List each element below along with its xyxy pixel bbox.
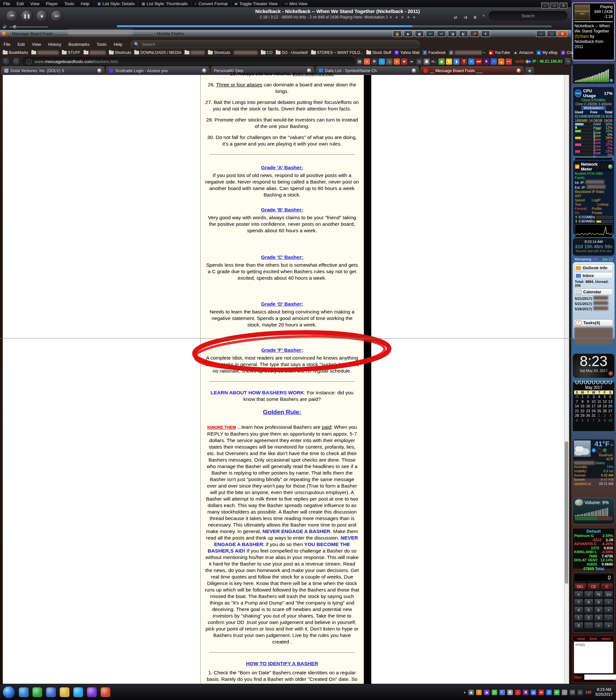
- next-button[interactable]: ⏭: [51, 10, 63, 22]
- notes-list[interactable]: empty: [574, 641, 613, 673]
- search-dropdown-icon[interactable]: ▼: [482, 14, 485, 17]
- stock-ticker-gadget[interactable]: Default Platinum G2.59%-32121.19ADVANTIS…: [573, 528, 615, 569]
- firefox-titlebar[interactable]: _ Message Board Fools - Mozilla Firefox …: [0, 30, 571, 37]
- menu-edit[interactable]: Edit: [14, 41, 28, 48]
- calc-button-C[interactable]: C: [601, 583, 613, 590]
- menu-bookmarks[interactable]: Bookmarks: [65, 41, 93, 48]
- bookmark-item-shortcuts[interactable]: Shortcuts: [207, 50, 231, 55]
- playback-mode-icons[interactable]: ⇄ ⇉ Ⅲ: [454, 15, 479, 20]
- star-icon[interactable]: ★: [401, 59, 407, 65]
- player-tool-convert-format[interactable]: ◐Convert Format: [191, 1, 231, 7]
- docs-tray-icon[interactable]: 🗎: [507, 690, 513, 695]
- volume-slider[interactable]: [9, 26, 48, 28]
- bookmark-item-stock-stuff[interactable]: Stock Stuff: [365, 50, 392, 55]
- outlook-info-gadget[interactable]: Outlook info Inbox Total: 4884, Unread: …: [573, 262, 615, 340]
- player-menu-file[interactable]: File: [0, 1, 13, 7]
- dots-icon[interactable]: ⋯: [506, 59, 512, 65]
- volume-gadget[interactable]: Volume: 9%: [573, 498, 615, 524]
- calc-button-x[interactable]: ±: [574, 591, 583, 598]
- history-icon[interactable]: ◷: [416, 59, 422, 65]
- onenote-tray-icon[interactable]: N: [523, 690, 528, 695]
- network-meter-gadget[interactable]: 📶 Network Meter Realtek PCIe GBE Family …: [573, 160, 615, 235]
- seek-bar[interactable]: [117, 25, 552, 27]
- pause-button[interactable]: ❚❚: [21, 10, 33, 22]
- refresh-icon[interactable]: ⟳: [371, 59, 377, 65]
- bookmark-item-yahoo-mail[interactable]: Y!Yahoo Mail: [393, 50, 420, 55]
- calc-button-1[interactable]: 1: [574, 614, 583, 621]
- add-orange-icon[interactable]: +: [394, 59, 400, 65]
- bookmark-item[interactable]: [184, 51, 206, 54]
- calendar-gadget[interactable]: May 2017 SMTWTFS 30123456789101112131415…: [573, 382, 615, 432]
- bookmark-item-stuff[interactable]: STUFF: [61, 50, 81, 55]
- vertical-scrollbar[interactable]: [564, 75, 569, 684]
- webcam-tray-icon[interactable]: ◉: [468, 690, 474, 695]
- network-link-ip-lookup[interactable]: IP Lookup: [597, 198, 613, 207]
- menu-file[interactable]: File: [0, 41, 14, 48]
- previous-button[interactable]: ⏮: [6, 10, 18, 22]
- tab-scottrade-login-access-you[interactable]: Scottrade Login - Access you: [106, 66, 209, 75]
- close-button[interactable]: X: [557, 30, 567, 37]
- calc-button-3[interactable]: 3: [594, 614, 603, 621]
- calc-button-x[interactable]: =: [594, 622, 603, 629]
- window-tray-icon[interactable]: ▤: [531, 690, 536, 695]
- speaker-icon[interactable]: 🔊: [3, 25, 7, 29]
- new-tab-button[interactable]: ✚: [525, 67, 534, 75]
- bookmark-item-craigslist[interactable]: ☮Craigslist: [560, 50, 573, 55]
- teamviewer-tray-icon[interactable]: ✆: [546, 690, 552, 695]
- network-link-log[interactable]: Log: [592, 198, 598, 207]
- id-tray-icon[interactable]: ID: [538, 690, 544, 695]
- menu-view[interactable]: View: [28, 41, 44, 48]
- mm-next-button[interactable]: ⏭: [437, 30, 446, 37]
- bookmark-item-do-unsorted-[interactable]: DO - Unsorted!: [275, 50, 309, 55]
- player-menu-edit[interactable]: Edit: [13, 1, 27, 7]
- text-tool-icon[interactable]: T: [461, 59, 467, 65]
- bookmark-item-bookmarks[interactable]: BookMarks: [2, 50, 29, 55]
- calc-button-2[interactable]: 2: [584, 614, 593, 621]
- player-menu-tools[interactable]: Tools: [61, 1, 77, 7]
- player-tool-list-style-thumbnails[interactable]: ▩List Style: Thumbnails: [138, 1, 191, 7]
- now-playing-gadget[interactable]: NICKELBACK♯♯♯♯ Playing 849 / 2436 -1:18 …: [573, 3, 615, 60]
- mute-icon[interactable]: 🔇: [608, 371, 613, 376]
- cpu-usage-gadget[interactable]: intel CPU Usage 17% Clock:3701MHz Core i…: [573, 86, 615, 157]
- player-menu-help[interactable]: Help: [78, 1, 93, 7]
- usb-tray-icon[interactable]: ✓: [562, 690, 567, 695]
- player-tool-toggle-theater-view[interactable]: ◉Toggle Theater View: [231, 1, 281, 7]
- mm-pane-button[interactable]: ◨: [448, 30, 457, 37]
- reader-mode-icon[interactable]: ▤: [356, 59, 362, 65]
- print-icon[interactable]: 🖶: [424, 59, 430, 65]
- bookmark-item[interactable]: [83, 51, 107, 54]
- player-tool-mini-view[interactable]: ▭Mini View: [281, 1, 311, 7]
- greasemonkey-icon[interactable]: ◆: [438, 59, 445, 65]
- tab-close-button[interactable]: [517, 68, 521, 73]
- bookmark-item[interactable]: [233, 51, 259, 54]
- url-bar[interactable]: i www.messageboardfools.com/bashers.htm: [23, 57, 355, 66]
- mm-up-button[interactable]: ⬆: [481, 30, 490, 37]
- maximize-button[interactable]: □: [550, 3, 558, 9]
- mm-play-button[interactable]: ▶: [404, 30, 413, 37]
- close-button[interactable]: X: [560, 3, 567, 9]
- forward-button[interactable]: ›: [12, 57, 21, 66]
- site-info-icon[interactable]: i: [26, 59, 32, 64]
- taskbar-app-1[interactable]: [19, 687, 28, 697]
- sync-tray-icon[interactable]: ⟳: [554, 690, 560, 695]
- menu-history[interactable]: History: [44, 41, 65, 48]
- firefox-search-input[interactable]: 🔍 Search: [130, 40, 420, 48]
- calc-button-8[interactable]: 8: [584, 599, 593, 605]
- restore-button[interactable]: □: [547, 30, 556, 37]
- messenger-tray-icon[interactable]: ☻: [484, 690, 489, 695]
- calc-button-x[interactable]: .: [584, 622, 593, 629]
- calc-button-1xx[interactable]: 1/x: [604, 591, 613, 598]
- outlook-inbox-section[interactable]: Inbox: [574, 272, 613, 279]
- minus-tray-icon[interactable]: −: [515, 690, 521, 695]
- notes-filter-gadget[interactable]: cleartimemore empty filter:: [573, 635, 615, 683]
- scissors-icon[interactable]: ✂: [468, 59, 475, 65]
- taskbar-app-4[interactable]: [60, 687, 69, 697]
- tab-dolat-ventures-inc-dolv-s[interactable]: Dolat Ventures, Inc. (DOLV) S: [1, 66, 104, 75]
- taskbar-clock[interactable]: 8:23 AM5/20/2017: [595, 687, 613, 697]
- bookmark-item-facebook[interactable]: fFacebook: [422, 50, 447, 55]
- tab-message-board-fools[interactable]: __ Message Board Fools ___: [421, 66, 524, 75]
- mm-prev-button[interactable]: ⏯: [426, 30, 435, 37]
- weather-refresh-icon[interactable]: ⟳: [611, 443, 613, 447]
- taskbar-app-3[interactable]: [46, 687, 56, 697]
- home-icon[interactable]: ⌂: [386, 59, 393, 65]
